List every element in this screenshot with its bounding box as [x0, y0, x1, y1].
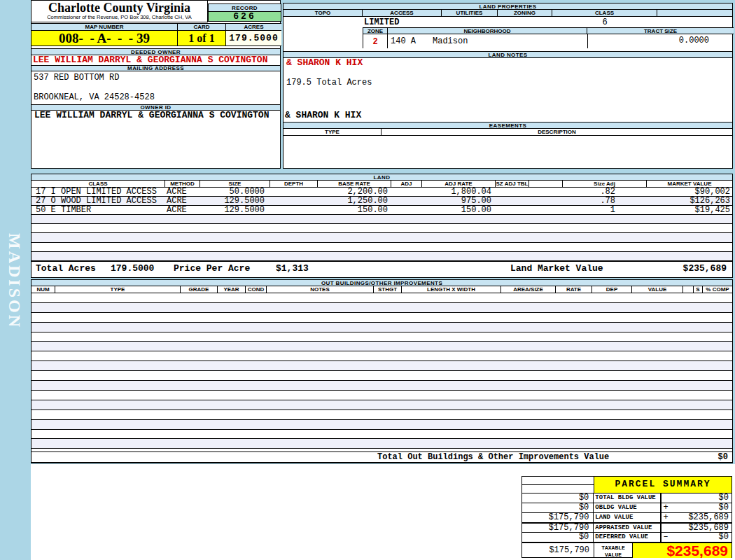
land-col-base-rate: BASE RATE: [318, 181, 391, 187]
access-value: LIMITED: [364, 18, 399, 27]
easement-description-label: DESCRIPTION: [382, 129, 732, 135]
ps-op: +: [660, 513, 671, 522]
cell-adj: [391, 188, 422, 196]
owner-id-label: OWNER ID: [31, 104, 281, 111]
land-section: LAND CLASS METHOD SIZE DEPTH BASE RATE A…: [31, 174, 733, 278]
zone-value-cell: 2: [363, 34, 388, 48]
ps-row-appraised: $175,790 APPRAISED VALUE $235,689: [522, 522, 732, 532]
deeded-owner-label: DEEDED OWNER: [31, 48, 281, 55]
col-utilities: UTILITIES: [442, 10, 498, 16]
cell-market-value: $90,002: [647, 188, 732, 196]
cell-market-value: $19,425: [647, 206, 732, 214]
ps-taxable-left-value: $175,790: [522, 543, 594, 558]
ps-value: $0: [671, 533, 732, 542]
out-buildings-header-row: NUM TYPE GRADE YEAR COND NOTES STHGT LEN…: [31, 286, 732, 293]
tract-size-cell: 0.0000: [587, 34, 734, 48]
ps-left-value: $0: [522, 503, 594, 512]
ps-label: TOTAL BLDG VALUE: [594, 493, 659, 503]
out-buildings-total-value: $0: [718, 452, 728, 462]
owner-id-overflow: & SHARON K HIX: [285, 111, 361, 120]
ps-label: LAND VALUE: [594, 513, 659, 522]
ob-col-grade: GRADE: [181, 286, 218, 293]
ps-label: APPRAISED VALUE: [594, 524, 659, 532]
land-col-blank: [529, 181, 563, 187]
cell-sz-adj-tbl: [496, 188, 529, 196]
ps-op: [660, 524, 671, 532]
commissioner-subtitle: Commissioner of the Revenue, PO Box 308,…: [31, 15, 207, 20]
cell-size: 129.5000: [200, 206, 270, 214]
cell-size: 50.0000: [200, 188, 270, 196]
cell-depth: [270, 197, 318, 205]
ps-label: DEFERRED VALUE: [594, 533, 659, 542]
cell-class: 17 I OPEN LIMITED ACCESS: [31, 188, 165, 196]
easements-header-row: TYPE DESCRIPTION: [284, 129, 732, 136]
map-number-label: MAP NUMBER: [31, 23, 178, 31]
cell-depth: [270, 188, 318, 196]
land-col-class: CLASS: [31, 181, 165, 187]
card-value: 1 of 1: [178, 31, 226, 46]
price-per-acre-label: Price Per Acre: [174, 262, 250, 276]
parcel-summary-header: PARCEL SUMMARY: [522, 477, 732, 493]
ps-left-value: $175,790: [522, 513, 594, 522]
cell-sz-adj-tbl: [496, 206, 529, 214]
map-header-row: MAP NUMBER CARD ACRES: [31, 23, 281, 31]
mailing-address-label: MAILING ADDRESS: [31, 65, 281, 71]
ob-col-length-width: LENGTH X WIDTH: [402, 286, 501, 293]
out-buildings-section: OUT BUILDINGS/OTHER IMPROVEMENTS NUM TYP…: [31, 279, 733, 463]
ob-col-rate: RATE: [556, 286, 592, 293]
ob-col-type: TYPE: [55, 286, 181, 293]
land-row-2: 27 O WOOD LIMITED ACCESS ACRE 129.5000 1…: [31, 197, 732, 206]
record-block: RECORD 626: [208, 4, 281, 22]
land-note-text: 179.5 Total Acres: [286, 78, 372, 87]
mailing-address-line1: 537 RED BOTTOM RD: [34, 74, 119, 82]
ps-label: OBLDG VALUE: [594, 503, 659, 512]
cell-market-value: $126,263: [647, 197, 732, 205]
cell-method: ACRE: [165, 206, 200, 214]
cell-blank: [529, 206, 563, 214]
parcel-summary-blank-cell: [522, 477, 594, 493]
cell-base-rate: 150.00: [318, 206, 391, 214]
ps-row-land: $175,790 LAND VALUE + $235,689: [522, 512, 732, 522]
ob-col-value: VALUE: [632, 286, 683, 293]
cell-adj: [391, 206, 422, 214]
land-col-sz-adj-tbl: SZ ADJ TBL: [496, 181, 529, 187]
ps-value: $235,689: [671, 524, 732, 532]
mailing-address-line2: BROOKNEAL, VA 24528-4528: [34, 93, 155, 102]
land-row-1: 17 I OPEN LIMITED ACCESS ACRE 50.0000 2,…: [31, 188, 732, 197]
ps-op: [660, 493, 671, 503]
ob-col-s: S: [694, 286, 703, 293]
col-topo: TOPO: [284, 10, 363, 16]
ps-value: $0: [671, 503, 732, 512]
zone-label: ZONE: [363, 27, 388, 34]
land-empty-rows: [31, 215, 732, 261]
ps-op: +: [660, 503, 671, 512]
cell-adj-rate: 975.00: [422, 197, 496, 205]
owner-panel: Charlotte County Virginia Commissioner o…: [31, 0, 281, 169]
col-access: ACCESS: [363, 10, 442, 16]
ps-value: $235,689: [671, 513, 732, 522]
land-header-row: CLASS METHOD SIZE DEPTH BASE RATE ADJ AD…: [31, 181, 732, 188]
land-col-market-value: MARKET VALUE: [647, 181, 732, 187]
ps-left-value: $0: [522, 533, 594, 542]
easements-title: EASEMENTS: [283, 122, 733, 129]
cell-adj-rate: 150.00: [422, 206, 496, 214]
cell-adj-rate: 1,800.04: [422, 188, 496, 196]
total-acres-value: 179.5000: [111, 262, 154, 276]
zone-header-row: ZONE NEIGHBORHOOD TRACT SIZE: [363, 27, 734, 34]
col-zoning: ZONING: [498, 10, 552, 16]
land-col-method: METHOD: [165, 181, 200, 187]
cell-class: 50 E TIMBER: [31, 206, 165, 214]
ps-value: $0: [671, 493, 732, 503]
ps-row-total-bldg: $0 TOTAL BLDG VALUE $0: [522, 493, 732, 503]
cell-size-adj: .78: [563, 197, 647, 205]
parcel-summary: PARCEL SUMMARY $0 TOTAL BLDG VALUE $0 $0…: [522, 476, 732, 558]
ob-col-sthgt: STHGT: [374, 286, 402, 293]
ps-taxable-value: $235,689: [633, 543, 732, 558]
ps-taxable-label: TAXABLE VALUE: [594, 543, 633, 558]
cell-size-adj: 1: [563, 206, 647, 214]
cell-base-rate: 2,200.00: [318, 188, 391, 196]
out-buildings-title: OUT BUILDINGS/OTHER IMPROVEMENTS: [31, 279, 733, 286]
acres-value: 179.5000: [226, 31, 281, 46]
land-col-adj: ADJ: [391, 181, 422, 187]
cell-adj: [391, 197, 422, 205]
